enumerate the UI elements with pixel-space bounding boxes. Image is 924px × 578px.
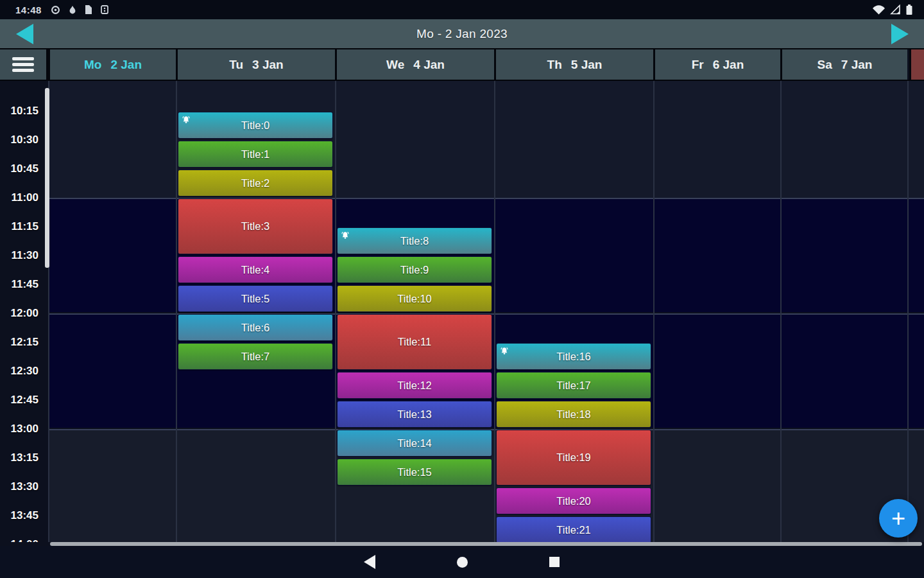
column-gridline bbox=[335, 81, 336, 542]
home-button[interactable] bbox=[443, 546, 481, 578]
status-bar-right bbox=[873, 4, 924, 15]
time-label: 11:45 bbox=[0, 278, 38, 291]
event-title-11[interactable]: Title:11 bbox=[337, 314, 492, 370]
day-header-mo[interactable]: Mo2 Jan bbox=[48, 49, 176, 80]
event-title: Title:21 bbox=[556, 524, 591, 536]
weekday-label: We bbox=[386, 58, 404, 72]
weekday-label: Tu bbox=[229, 58, 243, 72]
reminder-bell-icon bbox=[500, 346, 509, 358]
column-gridline bbox=[653, 81, 654, 542]
event-title-15[interactable]: Title:15 bbox=[337, 459, 492, 486]
status-bar-left: 14:48 bbox=[0, 4, 108, 15]
event-title: Title:16 bbox=[556, 351, 591, 363]
time-label: 13:30 bbox=[0, 480, 38, 493]
time-label: 11:00 bbox=[0, 191, 38, 204]
back-icon bbox=[364, 555, 375, 569]
reminder-bell-icon bbox=[341, 230, 350, 242]
date-label: 7 Jan bbox=[841, 58, 873, 72]
time-label: 10:15 bbox=[0, 105, 38, 118]
day-header-sunday-partial[interactable] bbox=[909, 49, 924, 80]
event-title-12[interactable]: Title:12 bbox=[337, 372, 492, 399]
weekday-label: Fr bbox=[692, 58, 704, 72]
time-label: 11:15 bbox=[0, 220, 38, 233]
column-gridline bbox=[907, 81, 909, 542]
back-button[interactable] bbox=[350, 546, 389, 578]
add-event-button[interactable]: + bbox=[879, 499, 918, 538]
time-label: 10:45 bbox=[0, 162, 38, 175]
calendar-week-screen: 14:48 bbox=[0, 0, 924, 578]
day-header-row: Mo2 JanTu3 JanWe4 JanTh5 JanFr6 JanSa7 J… bbox=[0, 49, 924, 80]
event-title-8[interactable]: Title:8 bbox=[337, 227, 492, 254]
left-arrow-icon bbox=[16, 24, 33, 44]
date-label: 2 Jan bbox=[110, 58, 142, 72]
event-title-16[interactable]: Title:16 bbox=[496, 343, 651, 370]
event-title-18[interactable]: Title:18 bbox=[496, 401, 651, 428]
event-title: Title:8 bbox=[400, 235, 429, 247]
event-title-14[interactable]: Title:14 bbox=[337, 430, 492, 457]
event-title-1[interactable]: Title:1 bbox=[178, 141, 333, 168]
event-title: Title:3 bbox=[241, 220, 270, 232]
event-title: Title:19 bbox=[556, 451, 591, 464]
calendar-grid[interactable]: 10:1510:3010:4511:0011:1511:3011:4512:00… bbox=[0, 81, 924, 542]
event-title-20[interactable]: Title:20 bbox=[496, 487, 651, 514]
previous-week-button[interactable] bbox=[10, 23, 38, 45]
event-title-3[interactable]: Title:3 bbox=[178, 198, 333, 254]
right-arrow-icon bbox=[891, 24, 909, 44]
event-title: Title:0 bbox=[241, 119, 270, 132]
event-title: Title:4 bbox=[241, 264, 270, 276]
event-title: Title:11 bbox=[398, 336, 431, 348]
menu-button[interactable] bbox=[0, 49, 48, 80]
time-label: 10:30 bbox=[0, 134, 38, 146]
event-title: Title:20 bbox=[556, 495, 591, 507]
event-title: Title:7 bbox=[241, 351, 270, 363]
event-title-9[interactable]: Title:9 bbox=[337, 256, 492, 283]
event-title-7[interactable]: Title:7 bbox=[178, 343, 333, 370]
page-title: Mo - 2 Jan 2023 bbox=[416, 27, 508, 41]
event-title: Title:2 bbox=[241, 177, 270, 189]
day-header-fr[interactable]: Fr6 Jan bbox=[653, 49, 780, 80]
status-bar: 14:48 bbox=[0, 0, 924, 19]
event-title-17[interactable]: Title:17 bbox=[496, 372, 651, 399]
day-header-we[interactable]: We4 Jan bbox=[335, 49, 494, 80]
usb-icon bbox=[101, 5, 108, 14]
event-title: Title:15 bbox=[397, 466, 432, 478]
weekday-label: Th bbox=[547, 58, 562, 72]
reminder-bell-icon bbox=[182, 114, 191, 127]
event-title-6[interactable]: Title:6 bbox=[178, 314, 333, 341]
event-title-10[interactable]: Title:10 bbox=[337, 285, 492, 312]
event-title: Title:17 bbox=[556, 380, 591, 392]
weekday-label: Mo bbox=[84, 58, 101, 72]
next-week-button[interactable] bbox=[886, 23, 914, 45]
event-title-21[interactable]: Title:21 bbox=[496, 516, 651, 542]
event-title-2[interactable]: Title:2 bbox=[178, 170, 333, 197]
day-header-tu[interactable]: Tu3 Jan bbox=[176, 49, 335, 80]
time-label: 12:45 bbox=[0, 394, 38, 407]
recents-button[interactable] bbox=[535, 546, 574, 578]
event-title-4[interactable]: Title:4 bbox=[178, 256, 333, 283]
event-title: Title:10 bbox=[397, 293, 432, 305]
column-gridline bbox=[176, 81, 177, 542]
day-header-th[interactable]: Th5 Jan bbox=[494, 49, 653, 80]
weekday-label: Sa bbox=[817, 58, 832, 72]
event-title-0[interactable]: Title:0 bbox=[178, 112, 333, 139]
event-title-5[interactable]: Title:5 bbox=[178, 285, 333, 312]
event-title: Title:5 bbox=[241, 293, 270, 305]
home-icon bbox=[457, 557, 468, 568]
hamburger-icon bbox=[12, 57, 34, 72]
date-label: 3 Jan bbox=[252, 58, 284, 72]
sim-card-icon bbox=[85, 5, 92, 14]
event-title: Title:18 bbox=[556, 408, 591, 421]
event-title: Title:13 bbox=[397, 408, 432, 421]
event-title: Title:9 bbox=[400, 264, 429, 276]
time-label: 12:15 bbox=[0, 336, 38, 349]
event-title: Title:6 bbox=[241, 322, 270, 334]
clock: 14:48 bbox=[15, 4, 42, 15]
event-title-19[interactable]: Title:19 bbox=[496, 430, 651, 486]
time-label: 13:45 bbox=[0, 509, 38, 522]
event-title: Title:14 bbox=[397, 437, 432, 450]
time-label: 12:00 bbox=[0, 307, 38, 320]
day-header-sa[interactable]: Sa7 Jan bbox=[780, 49, 907, 80]
android-nav-bar bbox=[0, 546, 924, 578]
event-title-13[interactable]: Title:13 bbox=[337, 401, 492, 428]
vertical-scrollbar[interactable] bbox=[45, 88, 49, 268]
